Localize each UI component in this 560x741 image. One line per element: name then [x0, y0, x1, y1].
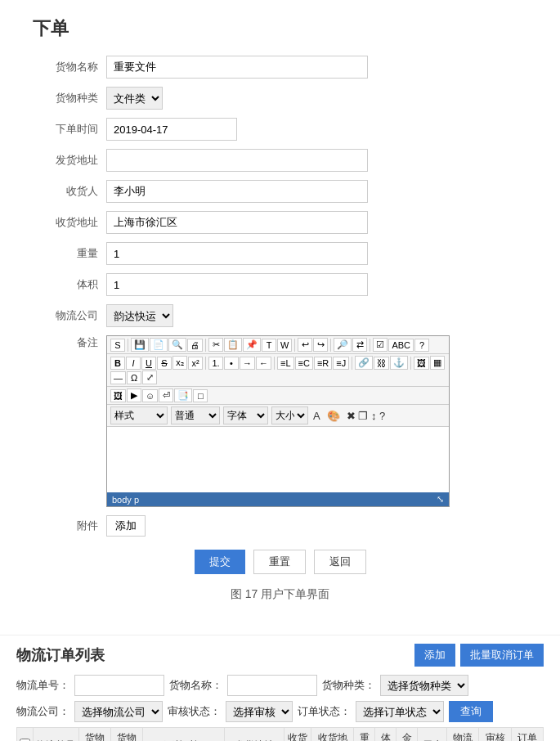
- audit-search-label: 审核状态：: [168, 704, 221, 719]
- search-bar-1: 物流单号： 货物名称： 货物种类： 选择货物种类 文件类 衣服 书籍: [16, 675, 544, 696]
- tb-ul[interactable]: •: [224, 357, 239, 370]
- logistics-select[interactable]: 韵达快运 德邦物流 申通快递: [106, 304, 173, 327]
- tb-about[interactable]: ?: [414, 339, 429, 352]
- rich-format-row: 样式 普通 字体 大小 A 🎨 ✖ ❐ ↕ ?: [107, 405, 449, 427]
- ship-address-input[interactable]: [106, 149, 368, 172]
- cargo-type-search-select[interactable]: 选择货物种类 文件类 衣服 书籍: [380, 675, 468, 696]
- rich-toolbar-1: S 💾 📄 🔍 🖨 ✂ 📋 📌 T W ↩ ↪ 🔎 ⇄ ☑: [107, 336, 449, 354]
- logistics-search-label: 物流公司：: [16, 704, 69, 719]
- receive-address-input[interactable]: [106, 211, 368, 234]
- add-attachment-button[interactable]: 添加: [106, 515, 146, 537]
- weight-input[interactable]: [106, 242, 368, 265]
- tb-unlink[interactable]: ⛓: [374, 357, 389, 370]
- query-button[interactable]: 查询: [449, 701, 493, 722]
- add-order-button[interactable]: 添加: [414, 644, 455, 667]
- tb-paste[interactable]: 📌: [243, 338, 261, 352]
- rich-resize-handle[interactable]: ⤡: [437, 494, 444, 505]
- tb-maximize[interactable]: ⤢: [142, 370, 157, 384]
- format-para-select[interactable]: 普通: [171, 406, 220, 424]
- tb-showblocks[interactable]: □: [193, 389, 208, 402]
- th-ship-addr: 发货地址: [225, 728, 284, 742]
- table-header-row: 物流单号 货物名称 货物种类 下单时间 发货地址 收货人 收货地址 重量 体积 …: [17, 728, 544, 742]
- tb-bg-color[interactable]: 🎨: [327, 410, 340, 422]
- tb-subscript[interactable]: x₂: [172, 356, 187, 370]
- cargo-name-input[interactable]: [106, 56, 368, 79]
- tb-align-right[interactable]: ≡R: [314, 357, 332, 370]
- tb-sep4: [330, 339, 331, 352]
- submit-button[interactable]: 提交: [195, 550, 245, 574]
- volume-input[interactable]: [106, 273, 368, 296]
- logistics-search-select[interactable]: 选择物流公司 韵达快运 德邦物流 申通快递: [74, 701, 163, 722]
- order-time-label: 下单时间: [33, 122, 106, 137]
- cargo-name-search-input[interactable]: [227, 675, 317, 696]
- remarks-label: 备注: [33, 335, 106, 350]
- tb-link[interactable]: 🔗: [355, 356, 373, 370]
- th-weight: 重量: [354, 728, 375, 742]
- cargo-type-select[interactable]: 文件类 衣服 书籍: [106, 87, 163, 110]
- tb-undo[interactable]: ↩: [298, 338, 312, 352]
- tb-flash[interactable]: ▶: [127, 388, 141, 402]
- tb-newpage[interactable]: 📄: [150, 338, 168, 352]
- audit-search-select[interactable]: 选择审核 审核通过 未审: [226, 701, 293, 722]
- tb-align-justify[interactable]: ≡J: [333, 357, 349, 370]
- rich-toolbar-3: 🖼 ▶ ☺ ⏎ 📑 □: [107, 387, 449, 405]
- order-time-input[interactable]: [106, 118, 237, 141]
- format-style-select[interactable]: 样式: [110, 406, 168, 424]
- logistics-row: 物流公司 韵达快运 德邦物流 申通快递: [33, 304, 527, 327]
- cargo-type-row: 货物种类 文件类 衣服 书籍: [33, 87, 527, 110]
- tb-find[interactable]: 🔎: [334, 338, 352, 352]
- tb-spellcheck[interactable]: ABC: [388, 339, 414, 352]
- tb-template[interactable]: 📑: [174, 388, 192, 402]
- order-state-label: 订单状态：: [298, 704, 351, 719]
- tb-img2[interactable]: 🖼: [110, 389, 126, 402]
- form-actions: 提交 重置 返回: [33, 550, 527, 574]
- tb-smiley[interactable]: ☺: [142, 389, 158, 402]
- tb-indent[interactable]: →: [240, 357, 255, 370]
- tb-special-char[interactable]: Ω: [127, 371, 141, 384]
- th-cargo-type: 货物种类: [110, 728, 142, 742]
- tb-redo[interactable]: ↪: [313, 338, 328, 352]
- rich-editor[interactable]: S 💾 📄 🔍 🖨 ✂ 📋 📌 T W ↩ ↪ 🔎 ⇄ ☑: [106, 335, 450, 507]
- tb-pagebreak[interactable]: ⏎: [159, 388, 173, 402]
- order-no-input[interactable]: [74, 675, 164, 696]
- back-button[interactable]: 返回: [314, 550, 366, 574]
- tb-align-center[interactable]: ≡C: [295, 357, 313, 370]
- tb-strikethrough[interactable]: S: [157, 357, 172, 370]
- tb-paste-text[interactable]: T: [262, 339, 276, 352]
- tb-align-left[interactable]: ≡L: [277, 357, 294, 370]
- receiver-input[interactable]: [106, 180, 368, 203]
- tb-cut[interactable]: ✂: [208, 338, 223, 352]
- tb-table[interactable]: ▦: [430, 356, 445, 370]
- order-list-section: 物流订单列表 添加 批量取消订单 物流单号： 货物名称： 货物种类： 选择货物种…: [0, 635, 560, 741]
- tb-superscript[interactable]: x²: [188, 357, 203, 370]
- tb-preview[interactable]: 🔍: [168, 338, 186, 352]
- tb-source[interactable]: S: [110, 339, 125, 352]
- tb-save[interactable]: 💾: [131, 338, 149, 352]
- cargo-type-label: 货物种类: [33, 91, 106, 106]
- reset-button[interactable]: 重置: [253, 550, 306, 574]
- search-bar-2: 物流公司： 选择物流公司 韵达快运 德邦物流 申通快递 审核状态： 选择审核 审…: [16, 701, 544, 722]
- cargo-name-row: 货物名称: [33, 56, 527, 79]
- attachment-label: 附件: [33, 519, 106, 533]
- tb-font-color[interactable]: A: [313, 410, 320, 422]
- tb-ol[interactable]: 1.: [208, 357, 223, 370]
- tb-bold[interactable]: B: [110, 357, 125, 370]
- tb-replace[interactable]: ⇄: [352, 338, 367, 352]
- remarks-row: 备注 S 💾 📄 🔍 🖨 ✂ 📋 📌 T W ↩ ↪ 🔎: [33, 335, 527, 507]
- tb-hr[interactable]: —: [110, 371, 126, 384]
- tb-copy[interactable]: 📋: [224, 338, 242, 352]
- tb-image[interactable]: 🖼: [414, 357, 429, 370]
- tb-outdent[interactable]: ←: [256, 357, 271, 370]
- tb-italic[interactable]: I: [126, 357, 141, 370]
- format-font-select[interactable]: 字体: [223, 406, 268, 424]
- tb-underline[interactable]: U: [141, 357, 156, 370]
- rich-content-area[interactable]: [107, 427, 449, 492]
- tb-anchor[interactable]: ⚓: [390, 356, 408, 370]
- format-size-select[interactable]: 大小: [271, 406, 308, 424]
- tb-print[interactable]: 🖨: [187, 339, 203, 352]
- order-state-select[interactable]: 选择订单状态 已发货 已下单: [356, 701, 444, 722]
- th-check: [17, 728, 34, 742]
- batch-cancel-button[interactable]: 批量取消订单: [460, 644, 544, 667]
- tb-paste-word[interactable]: W: [277, 339, 292, 352]
- tb-checkbox[interactable]: ☑: [373, 338, 388, 352]
